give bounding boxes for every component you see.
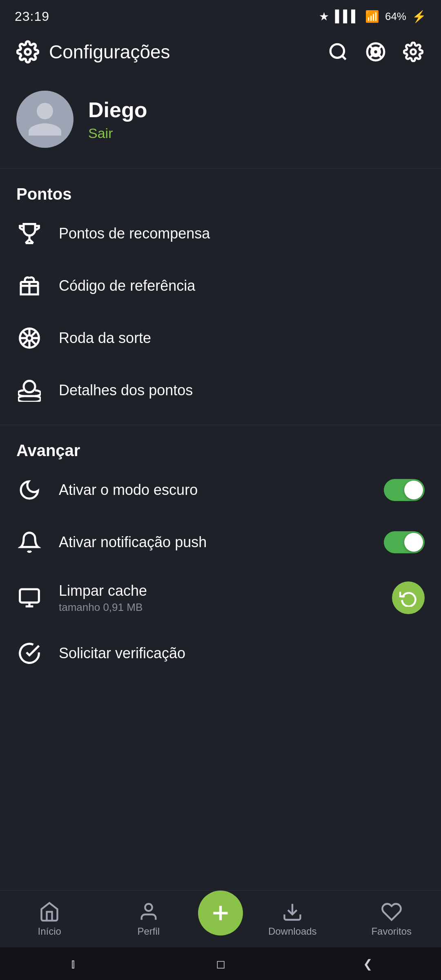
moon-icon xyxy=(16,477,42,503)
menu-item-detalhes-pontos-label: Detalhes dos pontos xyxy=(59,382,425,399)
menu-item-roda-sorte-label: Roda da sorte xyxy=(59,330,425,347)
camera-icon[interactable] xyxy=(364,40,387,63)
nav-label-inicio: Início xyxy=(38,926,61,937)
app-bar-right xyxy=(327,40,425,63)
menu-item-codigo-referencia-label: Código de referência xyxy=(59,277,425,294)
downloads-icon xyxy=(282,901,303,922)
section-avancar: Avançar Ativar o modo escuro Ativar noti… xyxy=(0,425,441,688)
settings-icon[interactable] xyxy=(402,40,425,63)
profile-section: Diego Sair xyxy=(0,74,441,168)
sys-home-icon: ◻ xyxy=(216,957,225,971)
nav-label-favoritos: Favoritos xyxy=(371,926,412,937)
cache-icon xyxy=(16,585,42,611)
menu-item-codigo-referencia[interactable]: Código de referência xyxy=(16,260,425,312)
profile-name: Diego xyxy=(88,98,147,122)
nav-label-downloads: Downloads xyxy=(268,926,317,937)
svg-line-7 xyxy=(378,46,382,49)
check-circle-icon xyxy=(16,640,42,666)
svg-point-26 xyxy=(145,904,152,911)
push-toggle-switch[interactable] xyxy=(384,531,425,553)
nav-item-favoritos[interactable]: Favoritos xyxy=(342,901,441,937)
svg-line-21 xyxy=(32,341,36,345)
trophy-icon xyxy=(16,220,42,247)
menu-item-roda-sorte[interactable]: Roda da sorte xyxy=(16,312,425,364)
section-pontos-title: Pontos xyxy=(16,185,425,203)
svg-line-6 xyxy=(378,54,382,58)
app-bar: Configurações xyxy=(0,29,441,74)
clear-cache-button[interactable] xyxy=(392,581,425,614)
menu-item-cache-size: tamanho 0,91 MB xyxy=(59,601,376,614)
nav-fab-button[interactable] xyxy=(198,891,243,935)
bottom-nav: Início Perfil Downloads Favoritos xyxy=(0,890,441,947)
sys-nav-back[interactable]: ❮ xyxy=(351,953,384,974)
search-icon[interactable] xyxy=(327,40,350,63)
svg-line-23 xyxy=(23,341,27,345)
nav-item-perfil[interactable]: Perfil xyxy=(99,901,198,937)
signal-icon: ▌▌▌ xyxy=(335,10,359,23)
menu-item-detalhes-pontos[interactable]: Detalhes dos pontos xyxy=(16,364,425,416)
bottom-spacer xyxy=(0,688,441,786)
menu-item-pontos-recompensa-label: Pontos de recompensa xyxy=(59,225,425,242)
menu-item-limpar-cache-label: Limpar cache xyxy=(59,582,376,599)
home-icon xyxy=(39,901,60,922)
nav-label-perfil: Perfil xyxy=(137,926,160,937)
svg-line-2 xyxy=(342,56,346,60)
toggle-knob xyxy=(404,481,423,499)
menu-item-pontos-recompensa[interactable]: Pontos de recompensa xyxy=(16,207,425,260)
battery-level: 64% xyxy=(385,10,406,23)
coins-icon xyxy=(16,377,42,403)
recents-icon: ⫿ xyxy=(71,957,76,971)
app-bar-title: Configurações xyxy=(49,41,170,63)
sys-nav-home[interactable]: ◻ xyxy=(204,953,237,974)
status-time: 23:19 xyxy=(15,9,49,24)
menu-item-verificacao-label: Solicitar verificação xyxy=(59,645,425,662)
menu-item-notificacao-push-label: Ativar notificação push xyxy=(59,534,368,551)
svg-line-5 xyxy=(370,46,373,49)
wheel-icon xyxy=(16,325,42,351)
gift-icon xyxy=(16,273,42,299)
menu-item-limpar-cache-text: Limpar cache tamanho 0,91 MB xyxy=(59,582,376,614)
svg-point-1 xyxy=(330,44,344,58)
menu-item-modo-escuro-label: Ativar o modo escuro xyxy=(59,481,368,499)
status-icons: ★ ▌▌▌ 📶 64% ⚡ xyxy=(319,10,426,23)
avatar[interactable] xyxy=(16,91,74,148)
svg-line-8 xyxy=(370,54,373,58)
svg-point-3 xyxy=(373,49,379,55)
dark-mode-toggle-switch[interactable] xyxy=(384,479,425,501)
heart-icon xyxy=(381,901,402,922)
toggle-knob-push xyxy=(404,533,423,552)
sys-back-icon: ❮ xyxy=(363,957,372,971)
profile-icon xyxy=(138,901,159,922)
svg-point-0 xyxy=(25,49,31,55)
menu-item-modo-escuro[interactable]: Ativar o modo escuro xyxy=(16,464,425,516)
dark-mode-toggle[interactable] xyxy=(384,479,425,501)
menu-item-notificacao-push[interactable]: Ativar notificação push xyxy=(16,516,425,568)
nav-item-inicio[interactable]: Início xyxy=(0,901,99,937)
logout-button[interactable]: Sair xyxy=(88,125,147,141)
wifi-icon: 📶 xyxy=(365,10,379,23)
profile-info: Diego Sair xyxy=(88,98,147,141)
section-pontos: Pontos Pontos de recompensa xyxy=(0,169,441,425)
sys-nav: ⫿ ◻ ❮ xyxy=(0,947,441,980)
app-bar-left: Configurações xyxy=(16,40,170,63)
clear-cache-btn[interactable] xyxy=(392,581,425,614)
svg-point-9 xyxy=(411,49,416,55)
settings-gear-icon xyxy=(16,40,39,63)
section-avancar-title: Avançar xyxy=(16,441,425,460)
svg-line-22 xyxy=(32,332,36,336)
menu-item-limpar-cache[interactable]: Limpar cache tamanho 0,91 MB xyxy=(16,568,425,627)
status-bar: 23:19 ★ ▌▌▌ 📶 64% ⚡ xyxy=(0,0,441,29)
svg-rect-25 xyxy=(20,589,39,603)
charging-icon: ⚡ xyxy=(412,10,426,23)
push-toggle[interactable] xyxy=(384,531,425,553)
menu-item-verificacao[interactable]: Solicitar verificação xyxy=(16,627,425,679)
svg-line-20 xyxy=(23,332,27,336)
svg-point-15 xyxy=(27,335,32,341)
bluetooth-icon: ★ xyxy=(319,10,329,23)
plus-icon xyxy=(208,901,233,925)
nav-item-downloads[interactable]: Downloads xyxy=(243,901,342,937)
bell-icon xyxy=(16,529,42,555)
sys-nav-recents[interactable]: ⫿ xyxy=(57,953,90,974)
svg-point-24 xyxy=(24,381,35,392)
